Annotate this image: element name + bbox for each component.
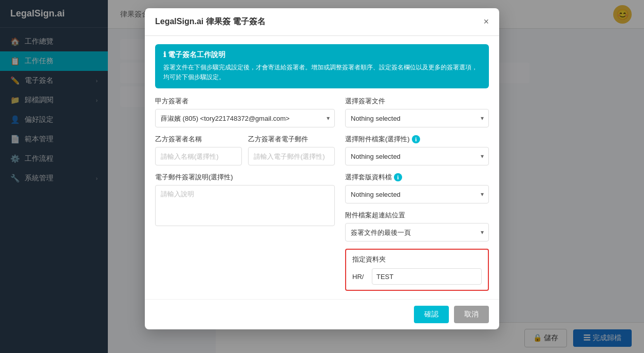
- dialog-body: 甲方簽署者 薛淑嬪 (805) <tory221748372@gmail.com…: [145, 88, 499, 299]
- right-column: 選擇簽署文件 Nothing selected 選擇附件檔案(選擇性) ℹ No…: [345, 97, 489, 291]
- select-attachment-group: 選擇附件檔案(選擇性) ℹ Nothing selected: [345, 135, 489, 165]
- party-b-email-group: 乙方簽署者電子郵件: [248, 135, 335, 165]
- confirm-button[interactable]: 確認: [414, 306, 449, 323]
- cancel-button[interactable]: 取消: [454, 306, 489, 323]
- dialog-title: LegalSign.ai 律果簽 電子簽名: [155, 16, 266, 27]
- left-column: 甲方簽署者 薛淑嬪 (805) <tory221748372@gmail.com…: [155, 97, 335, 291]
- esign-dialog: LegalSign.ai 律果簽 電子簽名 × ℹ 電子簽名工作說明 簽署文件在…: [145, 8, 499, 329]
- attachment-link-select[interactable]: 簽署文件的最後一頁: [345, 223, 489, 241]
- party-a-group: 甲方簽署者 薛淑嬪 (805) <tory221748372@gmail.com…: [155, 97, 335, 127]
- email-desc-textarea[interactable]: [155, 185, 335, 226]
- dialog-close-button[interactable]: ×: [483, 16, 489, 27]
- select-doc-wrapper: Nothing selected: [345, 109, 489, 127]
- select-doc-select[interactable]: Nothing selected: [345, 109, 489, 127]
- info-banner-text: 簽署文件在下個步驟完成設定後，才會寄送給簽署者。增加或調整簽署者順序、設定簽名欄…: [163, 63, 481, 82]
- folder-section-label: 指定資料夾: [352, 255, 482, 264]
- select-template-wrapper: Nothing selected: [345, 185, 489, 203]
- attachment-link-wrapper: 簽署文件的最後一頁: [345, 223, 489, 241]
- select-doc-group: 選擇簽署文件 Nothing selected: [345, 97, 489, 127]
- party-a-select-wrapper: 薛淑嬪 (805) <tory221748372@gmail.com>: [155, 109, 335, 127]
- folder-input[interactable]: [372, 268, 482, 285]
- select-template-select[interactable]: Nothing selected: [345, 185, 489, 203]
- folder-row: HR/: [352, 268, 482, 285]
- party-b-row: 乙方簽署者名稱 乙方簽署者電子郵件: [155, 135, 335, 173]
- party-b-name-label: 乙方簽署者名稱: [155, 135, 242, 144]
- info-banner: ℹ 電子簽名工作說明 簽署文件在下個步驟完成設定後，才會寄送給簽署者。增加或調整…: [155, 44, 489, 88]
- info-icon-attachment[interactable]: ℹ: [412, 135, 420, 143]
- select-template-label: 選擇套版資料檔 ℹ: [345, 173, 489, 182]
- party-a-select[interactable]: 薛淑嬪 (805) <tory221748372@gmail.com>: [155, 109, 335, 127]
- party-b-name-input[interactable]: [155, 147, 242, 165]
- info-banner-title: ℹ 電子簽名工作說明: [163, 50, 481, 60]
- email-desc-group: 電子郵件簽署說明(選擇性): [155, 173, 335, 228]
- dialog-header: LegalSign.ai 律果簽 電子簽名 ×: [145, 8, 499, 36]
- select-attachment-wrapper: Nothing selected: [345, 147, 489, 165]
- select-doc-label: 選擇簽署文件: [345, 97, 489, 106]
- party-a-label: 甲方簽署者: [155, 97, 335, 106]
- select-attachment-label: 選擇附件檔案(選擇性) ℹ: [345, 135, 489, 144]
- attachment-link-group: 附件檔案超連結位置 簽署文件的最後一頁: [345, 211, 489, 241]
- select-template-group: 選擇套版資料檔 ℹ Nothing selected: [345, 173, 489, 203]
- folder-prefix: HR/: [352, 273, 368, 281]
- folder-section: 指定資料夾 HR/: [345, 249, 489, 291]
- party-b-email-input[interactable]: [248, 147, 335, 165]
- party-b-email-label: 乙方簽署者電子郵件: [248, 135, 335, 144]
- email-desc-label: 電子郵件簽署說明(選擇性): [155, 173, 335, 182]
- info-icon-template[interactable]: ℹ: [394, 173, 402, 181]
- attachment-link-label: 附件檔案超連結位置: [345, 211, 489, 220]
- party-b-name-group: 乙方簽署者名稱: [155, 135, 242, 165]
- select-attachment-select[interactable]: Nothing selected: [345, 147, 489, 165]
- dialog-footer: 確認 取消: [145, 299, 499, 329]
